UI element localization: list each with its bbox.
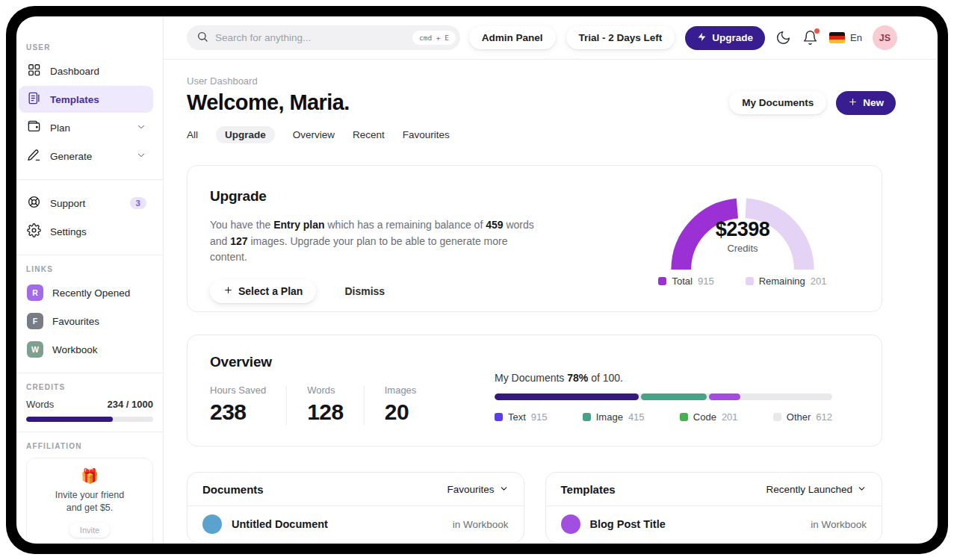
documents-progress-block: My Documents 78% of 100. Text 915 Image: [495, 354, 832, 425]
language-selector[interactable]: En: [829, 32, 862, 43]
chevron-down-icon: [499, 484, 509, 496]
notifications-button[interactable]: [802, 30, 819, 46]
sidebar-item-generate[interactable]: Generate: [19, 143, 153, 169]
admin-panel-button[interactable]: Admin Panel: [469, 26, 556, 49]
overview-card-left: Overview Hours Saved 238 Words 128: [210, 354, 416, 425]
bar-segment-image: [641, 393, 707, 400]
trial-status-button[interactable]: Trial - 2 Days Left: [566, 26, 675, 49]
legend-swatch: [680, 413, 688, 421]
link-initial-badge: F: [27, 313, 43, 329]
chevron-down-icon: [136, 122, 146, 134]
sidebar-item-dashboard[interactable]: Dashboard: [19, 57, 153, 84]
search-shortcut-hint: cmd + E: [412, 31, 456, 45]
upgrade-card-body: You have the Entry plan which has a rema…: [210, 217, 545, 266]
documents-bar-legend: Text 915 Image 415 Code 20: [495, 411, 832, 423]
sidebar-item-settings[interactable]: Settings: [19, 218, 153, 245]
sidebar-link-favourites[interactable]: F Favourites: [19, 308, 153, 335]
my-documents-button[interactable]: My Documents: [729, 91, 826, 114]
plus-icon: [223, 285, 233, 297]
overview-stats: Hours Saved 238 Words 128 Images: [210, 385, 416, 425]
documents-filter-dropdown[interactable]: Favourites: [447, 484, 508, 496]
documents-progress-label: My Documents 78% of 100.: [495, 372, 832, 384]
sidebar-section-links: LINKS: [26, 265, 153, 273]
tab-recent[interactable]: Recent: [353, 126, 385, 143]
select-plan-button[interactable]: Select a Plan: [210, 279, 316, 303]
upgrade-button[interactable]: Upgrade: [685, 26, 765, 50]
gear-icon: [27, 223, 41, 240]
sidebar-item-label: Templates: [50, 94, 99, 105]
sidebar-divider: [16, 432, 163, 432]
legend-swatch: [746, 277, 754, 285]
bar-segment-code: [709, 393, 740, 400]
bell-icon: [802, 35, 818, 48]
tab-overview[interactable]: Overview: [293, 126, 335, 143]
sidebar-item-templates[interactable]: Templates: [19, 86, 153, 113]
plus-icon: [848, 97, 858, 109]
sidebar-item-support[interactable]: Support 3: [19, 190, 153, 217]
document-location: in Workbook: [453, 519, 509, 530]
user-avatar[interactable]: JS: [873, 25, 897, 50]
sidebar-link-label: Favourites: [52, 316, 99, 327]
bar-segment-text: [495, 393, 639, 400]
stat-words: Words 128: [307, 385, 344, 425]
sidebar-section-user: USER: [26, 43, 153, 52]
templates-card-title: Templates: [561, 483, 616, 496]
support-badge: 3: [130, 197, 146, 209]
sidebar-link-workbook[interactable]: W Workbook: [19, 336, 153, 363]
gauge-center-value: $2398: [661, 218, 824, 241]
breadcrumb: User Dashboard: [187, 75, 896, 87]
document-list-item[interactable]: Untitled Document in Workbook: [188, 506, 524, 542]
credits-label: Words: [26, 399, 54, 410]
dark-mode-toggle[interactable]: [775, 30, 792, 46]
tab-favourites[interactable]: Favourites: [403, 126, 450, 143]
tab-upgrade[interactable]: Upgrade: [216, 126, 275, 143]
page-content: User Dashboard Welcome, Maria. My Docume…: [164, 60, 938, 544]
search-bar[interactable]: cmd + E: [187, 25, 460, 50]
link-initial-badge: R: [27, 284, 43, 301]
search-input[interactable]: [215, 32, 406, 43]
legend-swatch: [658, 277, 666, 285]
affiliation-card: 🎁 Invite your friend and get $5. Invite: [26, 458, 153, 544]
new-button-label: New: [863, 97, 884, 108]
templates-filter-dropdown[interactable]: Recently Launched: [766, 484, 867, 496]
lightning-bolt-icon: [697, 32, 707, 44]
legend-item-total: Total 915: [658, 276, 713, 287]
notification-dot: [814, 28, 820, 34]
invite-button[interactable]: Invite: [69, 523, 110, 538]
upgrade-card: Upgrade You have the Entry plan which ha…: [187, 165, 882, 312]
sidebar-item-label: Dashboard: [50, 66, 99, 77]
legend-item-other: Other 612: [773, 411, 832, 423]
dismiss-button[interactable]: Dismiss: [344, 285, 385, 297]
legend-swatch: [773, 413, 781, 421]
gift-icon: 🎁: [33, 467, 146, 485]
template-avatar: [561, 514, 580, 534]
filter-tabs: All Upgrade Overview Recent Favourites: [187, 126, 896, 143]
sidebar-divider: [16, 373, 163, 373]
new-button[interactable]: New: [836, 91, 896, 115]
affiliation-text-line2: and get $5.: [33, 502, 146, 514]
legend-swatch: [583, 413, 591, 421]
template-list-item[interactable]: Blog Post Title in Workbook: [546, 506, 882, 542]
pencil-icon: [27, 148, 41, 164]
page-title: Welcome, Maria.: [187, 90, 350, 115]
legend-swatch: [495, 413, 503, 421]
sidebar-item-label: Support: [50, 198, 121, 209]
moon-icon: [775, 35, 791, 48]
upgrade-card-left: Upgrade You have the Entry plan which ha…: [210, 188, 545, 289]
sidebar-item-plan[interactable]: Plan: [19, 114, 153, 141]
templates-icon: [27, 91, 41, 108]
credits-value: 234 / 1000: [108, 399, 153, 410]
chevron-down-icon: [857, 484, 867, 496]
stat-hours-saved: Hours Saved 238: [210, 385, 266, 425]
sidebar-item-label: Plan: [50, 122, 127, 134]
sidebar-link-recently-opened[interactable]: R Recently Opened: [19, 279, 153, 306]
legend-item-remaining: Remaining 201: [746, 276, 827, 287]
sidebar-link-label: Recently Opened: [52, 287, 130, 299]
document-name: Untitled Document: [232, 518, 328, 530]
template-name: Blog Post Title: [590, 518, 666, 530]
upgrade-button-label: Upgrade: [712, 32, 753, 43]
stat-divider: [286, 386, 287, 425]
sidebar: USER Dashboard Templates Plan Generate S…: [16, 16, 164, 544]
main-area: cmd + E Admin Panel Trial - 2 Days Left …: [164, 16, 938, 544]
tab-all[interactable]: All: [187, 126, 198, 143]
